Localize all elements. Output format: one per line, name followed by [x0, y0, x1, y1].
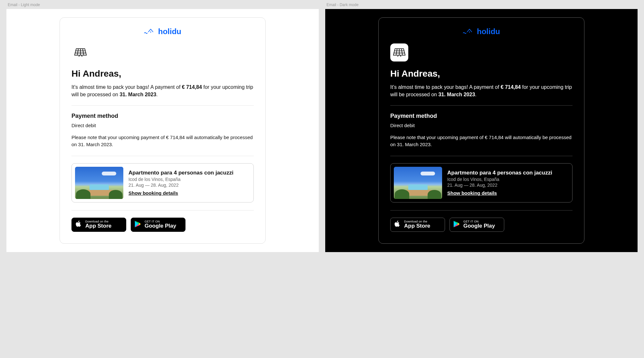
app-store-big-text: App Store [85, 223, 111, 229]
app-store-button[interactable]: Download on the App Store [71, 218, 126, 232]
payment-note: Please note that your upcoming payment o… [71, 134, 254, 148]
booking-thumbnail [75, 167, 123, 199]
brand-name: holidu [477, 27, 500, 36]
greeting: Hi Andreas, [390, 69, 573, 79]
payment-method-value: Direct debit [71, 123, 254, 128]
booking-card: Apartmento para 4 personas con jacuzzi I… [390, 163, 573, 203]
apple-icon [75, 220, 82, 229]
divider [71, 210, 254, 211]
dark-panel: holidu Hi Andreas, It's almost time to p… [325, 9, 638, 252]
payment-method-heading: Payment method [71, 113, 254, 119]
app-store-buttons: Download on the App Store [390, 218, 573, 232]
greeting: Hi Andreas, [71, 69, 254, 79]
booking-dates: 21. Aug — 28. Aug, 2022 [128, 183, 233, 188]
app-store-buttons: Download on the App Store [71, 218, 254, 232]
apple-icon [394, 220, 401, 229]
email-card: holidu Hi Andreas, It's almost time to p… [378, 17, 584, 244]
show-booking-details-link[interactable]: Show booking details [447, 190, 552, 196]
payment-note: Please note that your upcoming payment o… [390, 134, 573, 148]
brand-logo: holidu [144, 27, 181, 36]
booking-title: Apartmento para 4 personas con jacuzzi [447, 170, 552, 176]
intro-text: It's almost time to pack your bags! A pa… [390, 83, 573, 98]
divider [390, 105, 573, 106]
house-water-icon [463, 27, 474, 36]
google-play-big-text: Google Play [145, 223, 176, 229]
booking-thumbnail [394, 167, 442, 199]
mode-label-light: Email - Light mode [6, 0, 319, 9]
solar-panel-icon [390, 43, 408, 61]
app-store-big-text: App Store [404, 223, 430, 229]
booking-location: Icod de los Vinos, España [447, 177, 552, 182]
google-play-icon [453, 220, 460, 229]
brand-name: holidu [158, 27, 181, 36]
divider [71, 105, 254, 106]
google-play-button[interactable]: GET IT ON Google Play [131, 218, 185, 232]
solar-panel-icon [71, 43, 90, 61]
svg-point-0 [150, 32, 151, 33]
light-panel: holidu Hi Andreas, It's almost time to p… [6, 9, 319, 252]
app-store-button[interactable]: Download on the App Store [390, 218, 445, 232]
google-play-icon [134, 220, 141, 229]
google-play-button[interactable]: GET IT ON Google Play [450, 218, 504, 232]
payment-method-value: Direct debit [390, 123, 573, 128]
email-card: holidu Hi Andreas, It's almost time to p… [60, 17, 266, 244]
google-play-big-text: Google Play [463, 223, 495, 229]
intro-text: It's almost time to pack your bags! A pa… [71, 83, 254, 98]
booking-title: Apartmento para 4 personas con jacuzzi [128, 170, 233, 176]
booking-card: Apartmento para 4 personas con jacuzzi I… [71, 163, 254, 203]
show-booking-details-link[interactable]: Show booking details [128, 190, 233, 196]
mode-label-dark: Email - Dark mode [325, 0, 638, 9]
svg-point-1 [469, 32, 470, 33]
divider [71, 156, 254, 156]
booking-dates: 21. Aug — 28. Aug, 2022 [447, 183, 552, 188]
divider [390, 156, 573, 156]
payment-method-heading: Payment method [390, 113, 573, 119]
brand-logo: holidu [463, 27, 500, 36]
house-water-icon [144, 27, 156, 36]
booking-location: Icod de los Vinos, España [128, 177, 233, 182]
divider [390, 210, 573, 211]
